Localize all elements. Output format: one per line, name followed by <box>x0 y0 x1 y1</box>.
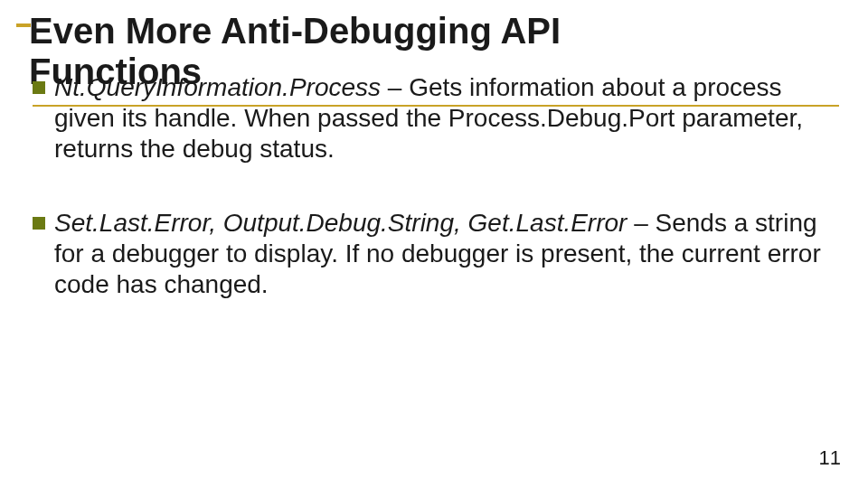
title-line1: Even More Anti-Debugging API <box>29 11 561 51</box>
bullet-list: Nt.QueryInformation.Process – Gets infor… <box>29 72 843 301</box>
list-item: Nt.QueryInformation.Process – Gets infor… <box>29 72 843 164</box>
slide: Even More Anti-Debugging API Functions N… <box>0 0 868 488</box>
bullet-em: Set.Last.Error, Output.Debug.String, Get… <box>54 209 627 237</box>
page-number: 11 <box>819 446 841 470</box>
title-accent <box>16 23 31 27</box>
list-item: Set.Last.Error, Output.Debug.String, Get… <box>29 208 843 300</box>
bullet-em: Nt.QueryInformation.Process <box>54 73 381 101</box>
